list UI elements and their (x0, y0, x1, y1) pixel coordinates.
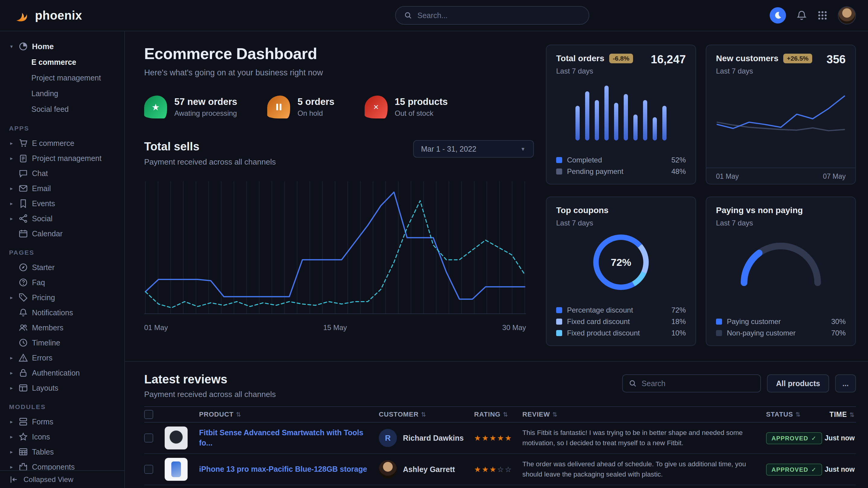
product-thumbnail-phone[interactable] (165, 458, 188, 481)
section-title-pages: PAGES (9, 249, 119, 256)
product-link[interactable]: Fitbit Sense Advanced Smartwatch with To… (199, 428, 379, 448)
sort-icon: ⇅ (503, 411, 508, 418)
brand-logo[interactable]: phoenix (14, 8, 82, 23)
apps-grid-icon[interactable] (817, 10, 828, 21)
sort-time[interactable]: TIME⇅ (819, 411, 856, 419)
global-search[interactable] (395, 6, 589, 25)
clock-icon (19, 338, 28, 347)
x-badge-icon: × (365, 96, 388, 119)
bar (624, 94, 628, 140)
sidebar-nav: ▾ Home E commerce Project management Lan… (0, 31, 124, 470)
sidebar-item-faq[interactable]: Faq (8, 275, 119, 290)
sidebar-item-components[interactable]: ▸ Components (8, 459, 119, 470)
status-badge: APPROVED✓ (766, 432, 822, 444)
sort-review[interactable]: REVIEW⇅ (522, 411, 766, 418)
chevron-right-icon: ▸ (8, 385, 14, 391)
all-products-button[interactable]: All products (767, 375, 829, 392)
sidebar-item-ecommerce-app[interactable]: ▸ E commerce (8, 136, 119, 151)
row-checkbox[interactable] (144, 465, 153, 474)
brand-name: phoenix (35, 9, 82, 22)
sort-rating[interactable]: RATING⇅ (474, 411, 522, 418)
sidebar-item-landing[interactable]: Landing (8, 86, 119, 101)
product-link[interactable]: iPhone 13 pro max-Pacific Blue-128GB sto… (199, 464, 379, 475)
sidebar-item-events[interactable]: ▸ Events (8, 196, 119, 211)
sort-product[interactable]: PRODUCT⇅ (199, 411, 379, 418)
sidebar-item-starter[interactable]: Starter (8, 260, 119, 275)
total-sells-chart: 01 May 15 May 30 May (144, 179, 534, 332)
select-all-checkbox[interactable] (144, 410, 153, 419)
total-sells-subtitle: Payment received across all channels (144, 157, 276, 167)
table-row-partial[interactable] (144, 485, 856, 488)
total-orders-value: 16,247 (651, 53, 686, 66)
sidebar-item-members[interactable]: Members (8, 320, 119, 335)
sidebar-item-forms[interactable]: ▸ Forms (8, 414, 119, 429)
row-checkbox[interactable] (144, 433, 153, 443)
user-avatar[interactable] (838, 6, 856, 24)
sidebar-item-e-commerce[interactable]: E commerce (8, 54, 119, 70)
table-row[interactable]: iPhone 13 pro max-Pacific Blue-128GB sto… (144, 454, 856, 485)
chat-icon (19, 169, 28, 178)
x-axis-labels: 01 May 15 May 30 May (144, 323, 526, 332)
chevron-right-icon: ▸ (8, 216, 14, 222)
quick-stats: ★ 57 new orders Awating processing 5 ord… (144, 96, 534, 119)
sidebar-item-timeline[interactable]: Timeline (8, 335, 119, 350)
change-badge: -6.8% (609, 54, 633, 63)
new-customers-value: 356 (827, 53, 846, 66)
search-input[interactable] (417, 11, 580, 20)
sidebar-item-project-management[interactable]: Project management (8, 70, 119, 86)
share-icon (19, 214, 28, 223)
more-options-button[interactable]: ... (835, 375, 856, 392)
sidebar-item-email[interactable]: ▸ Email (8, 181, 119, 196)
collapse-sidebar-button[interactable]: Collapsed View (0, 470, 124, 488)
sidebar-item-layouts[interactable]: ▸ Layouts (8, 380, 119, 395)
bar (585, 91, 589, 140)
calendar-icon (19, 229, 28, 238)
paying-vs-non-paying-card: Paying vs non paying Last 7 days Paying … (706, 197, 856, 346)
review-time: Just now (819, 434, 856, 442)
sidebar-item-tables[interactable]: ▸ Tables (8, 444, 119, 459)
chevron-down-icon: ▾ (8, 43, 14, 50)
compass-icon (19, 263, 28, 272)
sidebar-item-notifications[interactable]: Notifications (8, 305, 119, 320)
moon-icon (773, 11, 782, 20)
sidebar-item-authentication[interactable]: ▸ Authentication (8, 365, 119, 380)
check-icon: ✓ (811, 466, 817, 473)
sidebar-item-pricing[interactable]: ▸ Pricing (8, 290, 119, 305)
sort-status[interactable]: STATUS⇅ (766, 411, 819, 418)
sidebar-item-social[interactable]: ▸ Social (8, 211, 119, 226)
sidebar-item-project-management-app[interactable]: ▸ Project management (8, 151, 119, 166)
sidebar-item-home[interactable]: ▾ Home (8, 39, 119, 54)
dashboard-top-section: Ecommerce Dashboard Here's what's going … (125, 31, 868, 362)
dark-mode-toggle[interactable] (770, 7, 786, 24)
notifications-bell-icon[interactable] (796, 10, 807, 21)
paying-gauge-chart (736, 237, 826, 288)
top-navbar: phoenix (0, 0, 868, 31)
reviews-search-input[interactable] (642, 379, 754, 388)
section-title-apps: APPS (9, 125, 119, 132)
coupons-donut-chart: 72% (593, 234, 649, 290)
sidebar-item-social-feed[interactable]: Social feed (8, 101, 119, 117)
table-icon (19, 447, 28, 456)
sidebar-item-icons[interactable]: ▸ Icons (8, 429, 119, 444)
navbar-actions (770, 6, 856, 24)
sidebar-item-errors[interactable]: ▸ Errors (8, 350, 119, 365)
sidebar-item-calendar[interactable]: Calendar (8, 226, 119, 241)
chevron-right-icon: ▸ (8, 449, 14, 455)
check-icon: ✓ (811, 435, 817, 442)
date-range-select[interactable]: Mar 1 - 31, 2022 ▾ (413, 140, 534, 158)
stat-new-orders: ★ 57 new orders Awating processing (144, 96, 237, 119)
stat-orders-on-hold: 5 orders On hold (267, 96, 334, 119)
kpi-cards: Total orders -6.8% Last 7 days 16,247 Co… (534, 44, 856, 361)
table-row[interactable]: Fitbit Sense Advanced Smartwatch with To… (144, 423, 856, 454)
sort-icon: ⇅ (553, 411, 558, 418)
puzzle-icon (19, 462, 28, 470)
sidebar-item-chat[interactable]: Chat (8, 166, 119, 181)
layout-icon (19, 383, 28, 392)
reviews-search[interactable] (622, 375, 761, 392)
bar (633, 115, 638, 140)
sort-customer[interactable]: CUSTOMER⇅ (379, 411, 474, 418)
product-thumbnail-watch[interactable] (165, 426, 188, 449)
change-badge: +26.5% (783, 54, 812, 63)
home-icon (19, 42, 28, 51)
review-time: Just now (819, 465, 856, 474)
